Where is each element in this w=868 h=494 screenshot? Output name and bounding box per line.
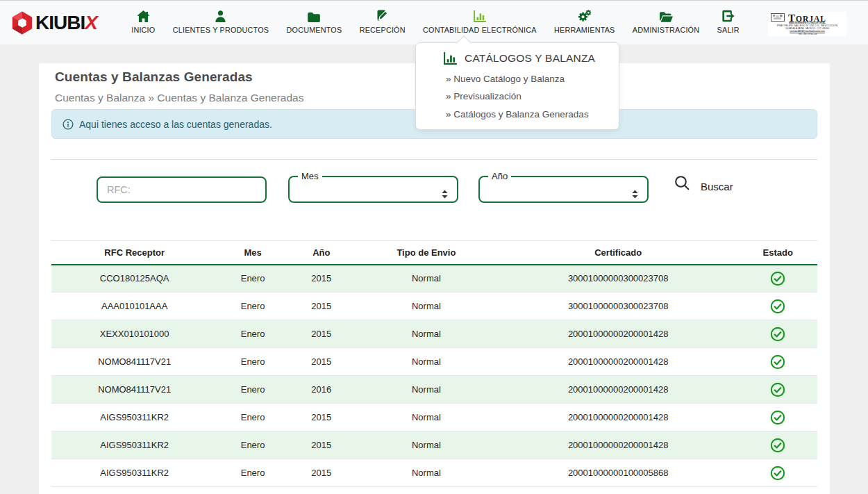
cell-mes: Enero xyxy=(217,376,287,404)
buscar-button[interactable]: Buscar xyxy=(674,174,733,192)
table-row: XEXX010101000Enero2015Normal200010000002… xyxy=(51,320,817,348)
cell-rfc: AIGS950311KR2 xyxy=(51,404,217,431)
cell-certificado: 30001000000300023708 xyxy=(498,265,738,293)
table-row: NOMO841117V21Enero2015Normal200010000002… xyxy=(51,348,817,376)
table-row: NOMO841117V21Enero2016Normal200010000002… xyxy=(51,376,817,404)
cell-estado xyxy=(738,293,817,320)
cell-tipo: Normal xyxy=(355,431,498,459)
cell-mes: Enero xyxy=(217,348,287,376)
col-header-tipo-de-envio: Tipo de Envio xyxy=(355,241,498,265)
cell-estado xyxy=(738,459,817,487)
dropdown-title: CATÁLOGOS Y BALANZA xyxy=(444,52,619,65)
cell-ano: 2015 xyxy=(288,320,355,348)
nav-label: HERRAMIENTAS xyxy=(554,26,615,34)
cell-tipo: Normal xyxy=(355,404,498,431)
cell-tipo: Normal xyxy=(355,320,498,348)
buscar-label: Buscar xyxy=(701,181,733,192)
nav-item-herramientas[interactable]: HERRAMIENTAS xyxy=(545,1,624,45)
menu-item-nuevo-catalogo-y-balanza[interactable]: » Nuevo Catálogo y Balanza xyxy=(416,70,619,88)
main-navigation: INICIO CLIENTES Y PRODUCTOS DOCUMENTOS xyxy=(123,1,749,45)
ano-select-label: Año xyxy=(488,171,511,181)
cell-mes: Enero xyxy=(217,265,287,293)
cell-ano: 2015 xyxy=(288,404,355,431)
gears-icon xyxy=(578,10,591,22)
table-row: AIGS950311KR2Enero2015Normal200010000002… xyxy=(51,431,817,459)
cell-rfc: CCO180125AQA xyxy=(51,265,217,293)
check-circle-icon xyxy=(770,466,785,481)
kiubix-logo[interactable]: KIUBIX xyxy=(11,10,97,35)
nav-item-inicio[interactable]: INICIO xyxy=(123,1,165,45)
col-header-estado: Estado xyxy=(738,241,817,265)
cell-certificado: 20001000000200001428 xyxy=(498,376,738,404)
cell-estado xyxy=(738,376,817,404)
check-circle-icon xyxy=(770,299,785,314)
cell-certificado: 20001000000100005868 xyxy=(498,459,738,487)
torjal-address-lines: MANTENIMIENTO INDUSTRIAL FRAY FELIPE GAL… xyxy=(768,22,846,36)
nav-label: SALIR xyxy=(717,26,740,34)
cell-mes: Enero xyxy=(217,320,287,348)
person-icon xyxy=(215,10,226,22)
filter-bar: Mes Año Buscar xyxy=(97,171,817,203)
mes-select-label: Mes xyxy=(298,171,322,181)
torjal-picture-icon xyxy=(771,13,785,22)
nav-item-documentos[interactable]: DOCUMENTOS xyxy=(278,1,351,45)
ano-select[interactable]: Año xyxy=(478,171,649,203)
search-icon xyxy=(674,174,692,192)
menu-item-catalogos-y-balanza-generadas[interactable]: » Catálogos y Balanza Generadas xyxy=(416,106,619,124)
cell-tipo: Normal xyxy=(355,265,498,293)
table-row: AAA010101AAAEnero2015Normal3000100000030… xyxy=(51,293,817,320)
col-header-ano: Año xyxy=(288,241,355,265)
check-circle-icon xyxy=(770,327,785,342)
cell-ano: 2015 xyxy=(288,459,355,487)
home-icon xyxy=(137,10,150,22)
nav-item-administracion[interactable]: ADMINISTRACIÓN xyxy=(624,1,708,45)
nav-item-contabilidad-electronica[interactable]: CONTABILIDAD ELECTRÓNICA xyxy=(414,1,545,45)
check-circle-icon xyxy=(770,382,785,397)
cell-rfc: AIGS950311KR2 xyxy=(51,459,217,487)
col-header-mes: Mes xyxy=(217,241,287,265)
info-icon xyxy=(62,119,74,130)
cell-estado xyxy=(738,320,817,348)
cell-tipo: Normal xyxy=(355,459,498,487)
nav-item-salir[interactable]: SALIR xyxy=(708,1,749,45)
check-circle-icon xyxy=(770,271,785,286)
nav-item-clientes-y-productos[interactable]: CLIENTES Y PRODUCTOS xyxy=(164,1,278,45)
folder-icon xyxy=(308,10,320,22)
cell-estado xyxy=(738,348,817,376)
torjal-logo: TORJAL MANTENIMIENTO INDUSTRIAL FRAY FEL… xyxy=(768,12,846,36)
bar-chart-icon xyxy=(444,52,457,65)
cell-rfc: AIGS950311KR2 xyxy=(51,431,217,459)
cell-ano: 2015 xyxy=(288,348,355,376)
cell-certificado: 20001000000200001428 xyxy=(498,431,738,459)
menu-item-previsualizacion[interactable]: » Previsualización xyxy=(416,88,619,106)
cell-certificado: 20001000000200001428 xyxy=(498,348,738,376)
cell-rfc: AAA010101AAA xyxy=(51,293,217,320)
dropdown-title-text: CATÁLOGOS Y BALANZA xyxy=(465,52,595,65)
nav-label: INICIO xyxy=(131,26,155,34)
table-header-row: RFC Receptor Mes Año Tipo de Envio Certi… xyxy=(51,241,817,265)
cell-estado xyxy=(738,404,817,431)
contabilidad-dropdown-menu: CATÁLOGOS Y BALANZA » Nuevo Catálogo y B… xyxy=(415,42,619,130)
cell-mes: Enero xyxy=(217,293,287,320)
bar-chart-icon xyxy=(474,10,486,22)
cell-estado xyxy=(738,431,817,459)
cell-ano: 2015 xyxy=(288,265,355,293)
nav-label: ADMINISTRACIÓN xyxy=(633,26,699,34)
nav-label: RECEPCIÓN xyxy=(360,26,406,34)
nav-item-recepcion[interactable]: RECEPCIÓN xyxy=(351,1,414,45)
cell-mes: Enero xyxy=(217,459,287,487)
cell-rfc: XEXX010101000 xyxy=(51,320,217,348)
cell-certificado: 20001000000200001428 xyxy=(498,404,738,431)
mes-select[interactable]: Mes xyxy=(288,171,458,203)
top-navigation-bar: KIUBIX INICIO CLIENTES Y PRODUCTOS xyxy=(0,0,868,44)
check-circle-icon xyxy=(770,354,785,370)
rfc-input[interactable] xyxy=(97,176,267,203)
kiubix-hexagon-icon xyxy=(11,11,33,35)
select-arrows-icon xyxy=(631,189,640,199)
note-edit-icon xyxy=(376,10,389,22)
select-arrows-icon xyxy=(440,189,449,199)
cell-rfc: NOMO841117V21 xyxy=(51,376,217,404)
cell-ano: 2015 xyxy=(288,431,355,459)
col-header-rfc-receptor: RFC Receptor xyxy=(51,241,217,265)
col-header-certificado: Certificado xyxy=(498,241,738,265)
